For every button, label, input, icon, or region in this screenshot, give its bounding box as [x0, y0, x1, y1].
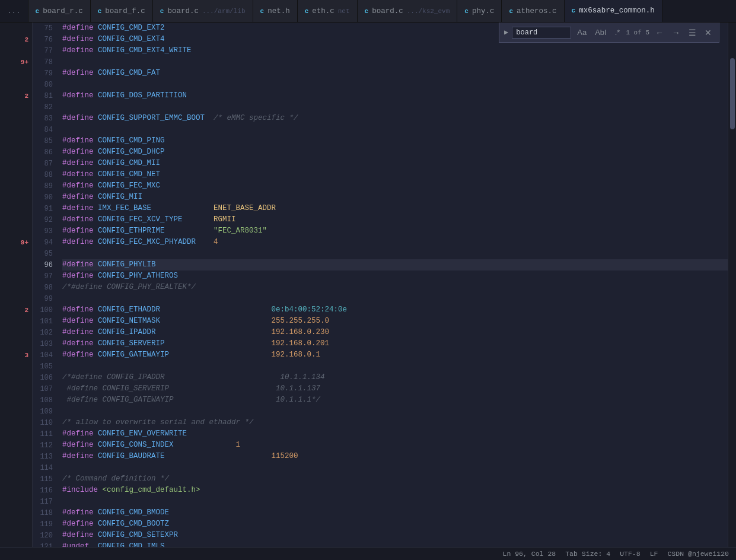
search-next-button[interactable]: → [670, 27, 683, 38]
code-line-114 [62, 462, 728, 473]
gutter-76: 2 [0, 34, 32, 45]
ln-117: 117 [33, 496, 58, 507]
search-list-button[interactable]: ☰ [686, 27, 699, 38]
gutter-badges: 2 9+ 2 9+ 2 3 [0, 23, 33, 560]
code-line-89: #define CONFIG_FEC_MXC [62, 180, 728, 192]
ln-110: 110 [33, 417, 58, 428]
gutter-120 [0, 530, 32, 541]
ln-98: 98 [33, 282, 58, 293]
ln-86: 86 [33, 147, 58, 158]
code-line-79: #define CONFIG_CMD_FAT [62, 68, 728, 79]
code-line-81: #define CONFIG_DOS_PARTITION [62, 90, 728, 101]
gutter-80 [0, 79, 32, 90]
encoding-status: UTF-8 [620, 550, 641, 558]
scroll-thumb[interactable] [730, 58, 735, 129]
ln-119: 119 [33, 518, 58, 530]
code-line-77: #define CONFIG_CMD_EXT4_WRITE [62, 45, 728, 56]
ln-99: 99 [33, 293, 58, 304]
code-line-110: /* allow to overwrite serial and ethaddr… [62, 417, 728, 428]
tab-ellipsis[interactable]: ... [0, 0, 28, 23]
tab-net[interactable]: c net.h [253, 0, 298, 23]
ln-95: 95 [33, 248, 58, 259]
code-line-94: #define CONFIG_FEC_MXC_PHYADDR 4 [62, 237, 728, 248]
tab-mx6sabre[interactable]: c mx6sabre_common.h [565, 0, 662, 23]
tab-sublabel: .../ks2_evm [407, 8, 450, 15]
ln-75: 75 [33, 23, 58, 34]
ln-111: 111 [33, 428, 58, 440]
gutter-89 [0, 180, 32, 192]
cursor-position: Ln 96, Col 28 [503, 550, 556, 558]
code-line-111: #define CONFIG_ENV_OVERWRITE [62, 428, 728, 440]
gutter-85 [0, 135, 32, 147]
tab-lang-icon: c [260, 8, 265, 15]
code-line-99 [62, 293, 728, 304]
ln-90: 90 [33, 192, 58, 203]
tab-lang-icon: c [572, 7, 576, 14]
gutter-114 [0, 462, 32, 473]
ln-89: 89 [33, 180, 58, 192]
code-line-80 [62, 79, 728, 90]
code-line-93: #define CONFIG_ETHPRIME "FEC_AR8031" [62, 225, 728, 237]
ln-88: 88 [33, 169, 58, 180]
code-line-104: #define CONFIG_GATEWAYIP 192.168.0.1 [62, 349, 728, 361]
ln-104: 104 [33, 349, 58, 361]
tab-eth[interactable]: c eth.c net [298, 0, 358, 23]
scrollbar[interactable] [728, 23, 736, 560]
code-line-102: #define CONFIG_IPADDR 192.168.0.230 [62, 327, 728, 338]
gutter-118 [0, 507, 32, 518]
code-editor[interactable]: ▶ Aa AbI .* 1 of 5 ← → ☰ ✕ #define CONFI… [58, 23, 728, 560]
ln-118: 118 [33, 507, 58, 518]
search-input[interactable] [512, 27, 571, 39]
ln-81: 81 [33, 90, 58, 101]
tab-board-ks2[interactable]: c board.c .../ks2_evm [358, 0, 458, 23]
tab-board-f[interactable]: c board_f.c [91, 0, 153, 23]
code-line-117 [62, 496, 728, 507]
tab-atheros[interactable]: c atheros.c [502, 0, 564, 23]
code-line-101: #define CONFIG_NETMASK 255.255.255.0 [62, 316, 728, 327]
regex-button[interactable]: .* [613, 27, 623, 37]
tab-lang-icon: c [160, 8, 164, 15]
gutter-87 [0, 158, 32, 169]
code-line-96: #define CONFIG_PHYLIB [62, 259, 728, 271]
code-line-84 [62, 124, 728, 135]
tab-board-arm[interactable]: c board.c .../arm/lib [153, 0, 253, 23]
search-prev-button[interactable]: ← [653, 27, 666, 38]
tab-phy[interactable]: c phy.c [457, 0, 502, 23]
gutter-78: 9+ [0, 56, 32, 68]
whole-word-button[interactable]: AbI [592, 27, 609, 37]
ln-114: 114 [33, 462, 58, 473]
gutter-93 [0, 225, 32, 237]
code-line-103: #define CONFIG_SERVERIP 192.168.0.201 [62, 338, 728, 349]
code-line-112: #define CONFIG_CONS_INDEX 1 [62, 440, 728, 451]
tab-bar: ... c board_r.c c board_f.c c board.c ..… [0, 0, 736, 23]
eol-status: LF [650, 550, 658, 558]
gutter-79 [0, 68, 32, 79]
match-case-button[interactable]: Aa [575, 27, 589, 37]
gutter-110 [0, 417, 32, 428]
search-close-button[interactable]: ✕ [702, 27, 714, 38]
ln-115: 115 [33, 473, 58, 485]
gutter-77 [0, 45, 32, 56]
ln-107: 107 [33, 383, 58, 394]
gutter-99 [0, 293, 32, 304]
gutter-91 [0, 203, 32, 214]
code-line-91: #define IMX_FEC_BASE ENET_BASE_ADDR [62, 203, 728, 214]
ln-105: 105 [33, 361, 58, 372]
tab-board-r[interactable]: c board_r.c [28, 0, 91, 23]
gutter-100: 2 [0, 304, 32, 316]
ln-80: 80 [33, 79, 58, 90]
search-count: 1 of 5 [626, 29, 649, 36]
ln-79: 79 [33, 68, 58, 79]
line-numbers: 75 76 77 78 79 80 81 82 83 84 85 86 87 8… [33, 23, 58, 560]
gutter-82 [0, 101, 32, 113]
ln-103: 103 [33, 338, 58, 349]
code-line-85: #define CONFIG_CMD_PING [62, 135, 728, 147]
tab-label: net.h [267, 7, 290, 15]
ln-106: 106 [33, 372, 58, 383]
ln-120: 120 [33, 530, 58, 541]
search-bar: ▶ Aa AbI .* 1 of 5 ← → ☰ ✕ [499, 23, 719, 43]
ln-97: 97 [33, 271, 58, 282]
ln-76: 76 [33, 34, 58, 45]
ln-109: 109 [33, 406, 58, 417]
tab-lang-icon: c [509, 8, 513, 15]
